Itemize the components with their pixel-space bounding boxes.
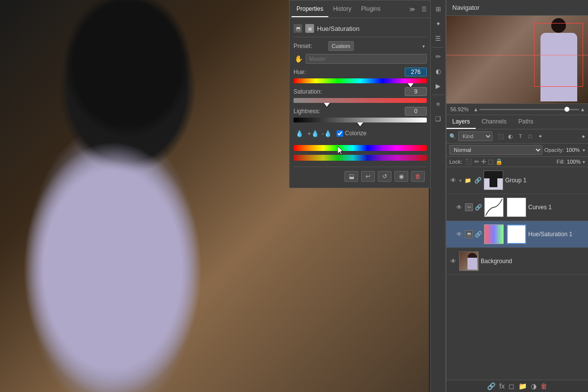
nav-guide-line — [446, 55, 588, 55]
zoom-slider[interactable] — [479, 109, 579, 110]
layer-name: Curves 1 — [528, 204, 585, 211]
filter-toggle[interactable]: ● — [582, 133, 585, 139]
zoom-thumb — [564, 107, 569, 112]
add-effect-button[interactable]: fx — [499, 382, 505, 390]
tab-layers[interactable]: Layers — [446, 115, 476, 129]
layer-item[interactable]: 👁 ⬒ 🔗 Hue/Saturation 1 — [446, 221, 588, 248]
list-icon[interactable]: ≡ — [431, 97, 445, 111]
preset-select[interactable]: Custom — [328, 41, 354, 51]
colorize-row: 💧 +💧 -💧 Colorize — [294, 127, 427, 139]
lock-icons: ⬛ ✏ ✛ ⬚ 🔒 — [465, 158, 503, 165]
hue-track[interactable] — [294, 78, 427, 83]
blend-mode-select[interactable]: Normal — [449, 145, 542, 155]
play-icon[interactable]: ▶ — [431, 79, 445, 93]
right-toolbar: ⊞ ✦ ☰ ✏ ◐ ▶ ≡ ❏ — [430, 0, 446, 392]
opacity-expand-icon[interactable]: ▾ — [583, 147, 585, 153]
link-layers-button[interactable]: 🔗 — [487, 382, 495, 390]
create-adjustment-button[interactable]: ◑ — [531, 382, 537, 390]
expand-icon[interactable]: ≫ — [407, 5, 417, 14]
lock-pixels-icon[interactable]: ⬛ — [465, 158, 472, 165]
lightness-track[interactable] — [294, 118, 427, 122]
tab-paths[interactable]: Paths — [513, 115, 539, 129]
expand-arrow-icon[interactable]: ▾ — [459, 178, 462, 183]
navigator-icon[interactable]: ⊞ — [431, 2, 445, 16]
curves-type-icon: 〜 — [465, 203, 473, 211]
smart-filter-icon[interactable]: ✦ — [536, 132, 544, 141]
tab-history[interactable]: History — [328, 1, 356, 17]
menu-icon[interactable]: ☰ — [419, 5, 429, 14]
layer-visibility-toggle[interactable]: 👁 — [455, 203, 463, 211]
lightness-row: Lightness: — [294, 107, 427, 122]
hue-label: Hue: — [294, 69, 306, 75]
fill-expand-icon[interactable]: ▾ — [583, 159, 585, 165]
layer-item[interactable]: 👁 〜 🔗 Curves 1 — [446, 194, 588, 221]
layer-visibility-toggle[interactable]: 👁 — [449, 257, 457, 265]
preset-row: Preset: Custom — [294, 41, 427, 51]
add-to-comp-button[interactable]: ⬓ — [344, 171, 358, 182]
nav-preview-image — [446, 16, 588, 103]
tab-plugins[interactable]: Plugins — [356, 1, 385, 17]
chain-icon: 🔗 — [474, 177, 482, 184]
eye-icon: 👁 — [456, 231, 462, 238]
saturation-thumb — [324, 103, 330, 107]
lightness-label: Lightness: — [294, 108, 320, 115]
layer-name: Background — [481, 258, 585, 265]
layer-visibility-toggle[interactable]: 👁 — [455, 230, 463, 238]
hand-tool-icon[interactable]: ✋ — [294, 54, 304, 64]
channel-input[interactable] — [306, 54, 427, 64]
panel-title: Hue/Saturation — [317, 25, 360, 32]
color-bar-top — [294, 145, 427, 151]
lightness-thumb — [357, 122, 363, 126]
lock-move-icon[interactable]: ✛ — [481, 158, 486, 165]
tab-channels[interactable]: Channels — [476, 115, 513, 129]
navigator-preview[interactable] — [446, 16, 588, 104]
color-bars — [294, 145, 427, 161]
opacity-row: Opacity: 100% ▾ — [544, 147, 585, 153]
layer-item[interactable]: 👁 Background — [446, 248, 588, 275]
layers-filters: 🔍 Kind ⬛ ◐ T □ ✦ ● — [446, 129, 588, 144]
lock-artboard-icon[interactable]: ⬚ — [488, 158, 493, 165]
eyedropper-add-button[interactable]: +💧 — [307, 127, 319, 139]
brush-icon[interactable]: ✏ — [431, 49, 445, 63]
delete-button[interactable]: 🗑 — [411, 171, 425, 182]
chain-icon: 🔗 — [475, 204, 482, 211]
lightness-value-input[interactable] — [405, 107, 427, 116]
hue-value-input[interactable] — [405, 68, 427, 76]
lock-all-icon[interactable]: 🔒 — [495, 158, 503, 165]
create-group-button[interactable]: 📁 — [518, 382, 527, 390]
saturation-track[interactable] — [294, 98, 427, 103]
layers-tabs: Layers Channels Paths — [446, 115, 588, 129]
toggle-visibility-button[interactable]: ◉ — [394, 171, 408, 182]
shape-filter-icon[interactable]: □ — [526, 132, 535, 141]
colorize-checkbox[interactable] — [337, 130, 343, 137]
fill-row: Fill: 100% ▾ — [557, 159, 585, 165]
filter-kind-select[interactable]: Kind — [458, 131, 492, 141]
delete-layer-button[interactable]: 🗑 — [540, 382, 547, 390]
lock-paint-icon[interactable]: ✏ — [474, 158, 479, 165]
pixel-filter-icon[interactable]: ⬛ — [496, 132, 505, 141]
properties-panel: Properties History Plugins ≫ ☰ ⬒ ▣ Hue/S… — [289, 0, 431, 188]
opacity-label: Opacity: — [544, 147, 564, 153]
reset-button[interactable]: ↺ — [378, 171, 392, 182]
adjustments-icon[interactable]: ✦ — [431, 17, 445, 30]
document-icon[interactable]: ❏ — [431, 112, 445, 125]
tab-properties[interactable]: Properties — [292, 1, 328, 17]
layer-item[interactable]: 👁 ▾ 📁 🔗 Group 1 — [446, 167, 588, 194]
type-filter-icon[interactable]: T — [516, 132, 525, 141]
add-mask-button[interactable]: ◻ — [509, 382, 514, 390]
colorize-label[interactable]: Colorize — [337, 130, 367, 137]
filter-search-icon: 🔍 — [449, 133, 456, 140]
history-state-button[interactable]: ↩ — [361, 171, 375, 182]
eyedropper-set-button[interactable]: 💧 — [294, 127, 305, 139]
libraries-icon[interactable]: ☰ — [431, 31, 445, 45]
colorize-text: Colorize — [345, 130, 367, 137]
layer-visibility-toggle[interactable]: 👁 — [449, 176, 457, 184]
zoom-out-button[interactable]: ▴ — [474, 106, 477, 113]
navigator-title: Navigator — [452, 4, 480, 11]
saturation-value-input[interactable] — [405, 87, 427, 96]
eye-icon: 👁 — [450, 258, 456, 265]
eyedropper-remove-button[interactable]: -💧 — [321, 127, 333, 139]
adjustment-filter-icon[interactable]: ◐ — [506, 132, 515, 141]
color-icon[interactable]: ◐ — [431, 64, 445, 78]
zoom-in-button[interactable]: ▴ — [581, 106, 584, 113]
